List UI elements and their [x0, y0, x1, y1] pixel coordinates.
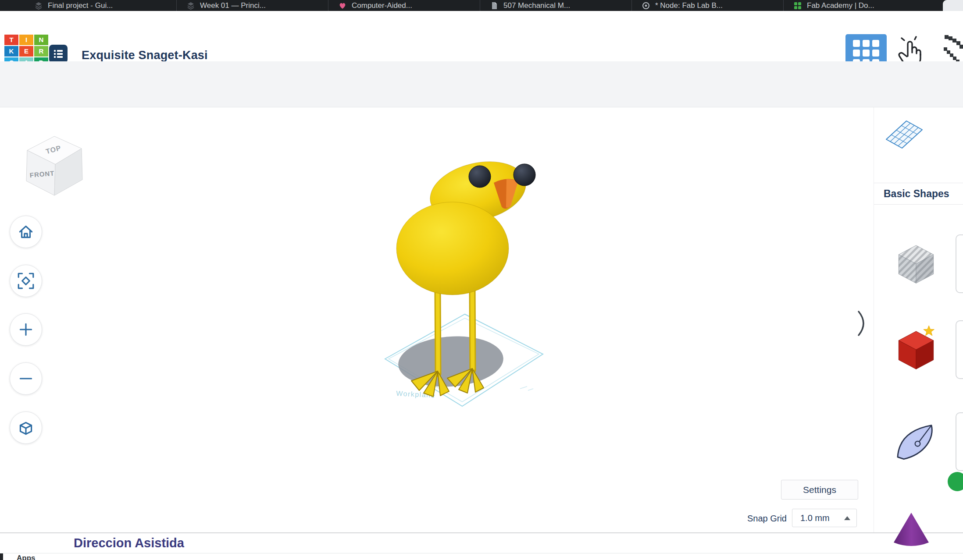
plus-icon: [17, 320, 35, 339]
logo-tile: K: [4, 46, 18, 57]
scribble-pen-icon: [892, 417, 941, 466]
shapes-category-header[interactable]: Basic Shapes: [874, 183, 963, 205]
settings-button[interactable]: Settings: [781, 480, 858, 500]
caret-up-icon: [844, 516, 850, 520]
logo-tile: I: [19, 35, 33, 45]
fit-view-button[interactable]: [10, 265, 42, 297]
tab-label: Computer-Aided...: [352, 1, 412, 10]
home-view-button[interactable]: [10, 216, 42, 248]
browser-tab-507-mechanical[interactable]: 507 Mechanical M...: [480, 0, 631, 11]
fit-view-icon: [17, 272, 35, 290]
browser-tab-week01[interactable]: Week 01 — Princi...: [176, 0, 328, 11]
logo-tile: N: [34, 35, 48, 45]
list-icon: [53, 48, 64, 60]
panel-collapse-chevron[interactable]: [855, 309, 869, 336]
snap-grid-dropdown[interactable]: 1.0 mm: [792, 509, 857, 527]
tab-label: * Node: Fab Lab B...: [655, 1, 723, 10]
view-cube[interactable]: TOP FRONT: [22, 124, 90, 198]
shape-tile-box-red[interactable]: [886, 320, 946, 379]
favorite-star-icon: [924, 326, 934, 336]
shape-tile-partial[interactable]: [956, 412, 963, 471]
design-title[interactable]: Exquisite Snaget-Kasi: [82, 49, 208, 62]
bottom-heading: Direccion Asistida: [74, 536, 184, 550]
shapes-panel: Basic Shapes: [874, 107, 963, 532]
scene-svg: Workplane: [0, 107, 874, 532]
shape-tile-partial[interactable]: [956, 320, 963, 379]
browser-tab-node-fablab[interactable]: * Node: Fab Lab B...: [631, 0, 783, 11]
tab-label: Fab Academy | Do...: [807, 1, 874, 10]
browser-tab-computer-aided[interactable]: Computer-Aided...: [328, 0, 480, 11]
logo-tile: E: [19, 46, 33, 57]
green-grid-icon: [793, 1, 802, 10]
3d-viewport[interactable]: Workplane: [0, 107, 874, 532]
shape-tile-cone[interactable]: [890, 509, 932, 549]
app-header: T I N K E R C A D Exquisite Snaget-Kasi: [0, 11, 963, 61]
shape-tile-box-hole[interactable]: [886, 234, 946, 293]
minus-icon: [17, 369, 35, 388]
tab-label: Week 01 — Princi...: [200, 1, 266, 10]
zoom-in-button[interactable]: [10, 313, 42, 346]
red-box-icon: [892, 325, 941, 374]
logo-tile: R: [34, 46, 48, 57]
corner-mark: [0, 553, 3, 560]
shape-tile-scribble[interactable]: [886, 412, 946, 471]
layers-icon: [34, 1, 43, 10]
edit-toolbar: Import: [0, 61, 963, 107]
logo-tile: T: [4, 35, 18, 45]
home-icon: [17, 223, 35, 241]
chick-eye-right: [514, 164, 535, 186]
box-hole-icon: [892, 239, 941, 288]
bottom-divider-2: [0, 553, 963, 553]
workplane-tool[interactable]: [884, 115, 924, 155]
document-icon: [490, 1, 499, 10]
design-menu-button[interactable]: [49, 45, 68, 63]
ortho-cube-icon: [17, 418, 35, 437]
orthographic-view-button[interactable]: [10, 411, 42, 444]
snap-grid-value: 1.0 mm: [800, 513, 830, 523]
tab-label: 507 Mechanical M...: [503, 1, 570, 10]
pink-heart-icon: [338, 1, 347, 10]
tinkercad-app-window: Final project - Gui... Week 01 — Princi.…: [0, 0, 963, 560]
layers-icon: [186, 1, 195, 10]
chick-eye-left: [469, 166, 491, 188]
zoom-out-button[interactable]: [10, 362, 42, 395]
apps-link[interactable]: Apps: [17, 554, 36, 560]
browser-tab-final-project[interactable]: Final project - Gui...: [25, 0, 176, 11]
tab-stub[interactable]: [943, 0, 963, 11]
browser-tab-bar: Final project - Gui... Week 01 — Princi.…: [0, 0, 963, 11]
snap-grid-label: Snap Grid: [734, 512, 787, 525]
chick-body: [396, 202, 509, 295]
tab-label: Final project - Gui...: [48, 1, 113, 10]
target-ring-icon: [642, 1, 650, 10]
page-bottom-strip: Direccion Asistida Apps: [0, 533, 963, 560]
shape-tile-partial[interactable]: [956, 234, 963, 293]
browser-tab-fab-academy[interactable]: Fab Academy | Do...: [783, 0, 935, 11]
